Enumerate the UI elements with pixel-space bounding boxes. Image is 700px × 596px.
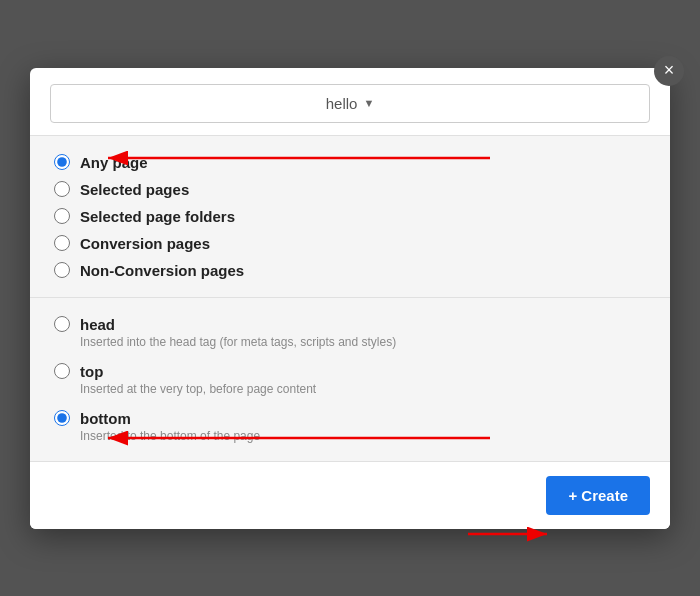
dropdown-caret: ▼ — [363, 97, 374, 109]
insert-option-bottom: bottom Inserted to the bottom of the pag… — [54, 410, 646, 443]
close-button[interactable]: × — [654, 56, 684, 86]
insert-head-label[interactable]: head — [80, 316, 115, 333]
radio-non-conversion-pages[interactable] — [54, 262, 70, 278]
radio-selected-page-folders[interactable] — [54, 208, 70, 224]
option-selected-page-folders-label: Selected page folders — [80, 208, 235, 225]
radio-head[interactable] — [54, 316, 70, 332]
option-any-page[interactable]: Any page — [54, 154, 646, 171]
option-any-page-label: Any page — [80, 154, 148, 171]
radio-any-page[interactable] — [54, 154, 70, 170]
insert-top-label[interactable]: top — [80, 363, 103, 380]
modal: × hello ▼ Any page Selected pages Select… — [30, 68, 670, 529]
insert-bottom-desc: Inserted to the bottom of the page — [54, 429, 646, 443]
insert-bottom-label[interactable]: bottom — [80, 410, 131, 427]
option-selected-page-folders[interactable]: Selected page folders — [54, 208, 646, 225]
page-options-group: Any page Selected pages Selected page fo… — [54, 154, 646, 279]
close-icon: × — [664, 60, 675, 81]
insert-option-top: top Inserted at the very top, before pag… — [54, 363, 646, 396]
radio-bottom[interactable] — [54, 410, 70, 426]
modal-header: hello ▼ — [30, 68, 670, 136]
radio-top[interactable] — [54, 363, 70, 379]
dropdown-value: hello — [326, 95, 358, 112]
create-button-label: + Create — [568, 487, 628, 504]
option-non-conversion-pages[interactable]: Non-Conversion pages — [54, 262, 646, 279]
page-scope-section: Any page Selected pages Selected page fo… — [30, 136, 670, 298]
radio-conversion-pages[interactable] — [54, 235, 70, 251]
option-selected-pages-label: Selected pages — [80, 181, 189, 198]
option-conversion-pages[interactable]: Conversion pages — [54, 235, 646, 252]
option-conversion-pages-label: Conversion pages — [80, 235, 210, 252]
option-non-conversion-pages-label: Non-Conversion pages — [80, 262, 244, 279]
create-button[interactable]: + Create — [546, 476, 650, 515]
insert-top-desc: Inserted at the very top, before page co… — [54, 382, 646, 396]
insert-position-section: head Inserted into the head tag (for met… — [30, 298, 670, 462]
insert-head-desc: Inserted into the head tag (for meta tag… — [54, 335, 646, 349]
insert-option-head: head Inserted into the head tag (for met… — [54, 316, 646, 349]
dropdown-button[interactable]: hello ▼ — [50, 84, 650, 123]
radio-selected-pages[interactable] — [54, 181, 70, 197]
modal-footer: + Create — [30, 462, 670, 529]
option-selected-pages[interactable]: Selected pages — [54, 181, 646, 198]
